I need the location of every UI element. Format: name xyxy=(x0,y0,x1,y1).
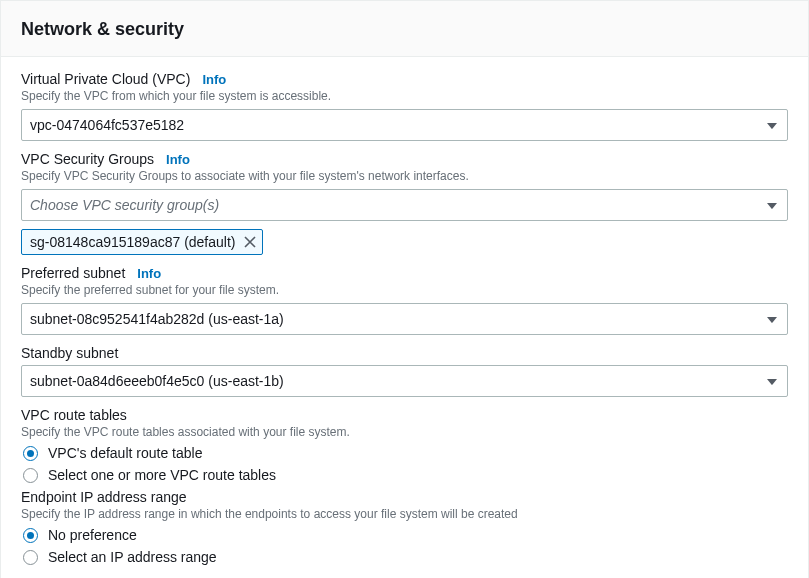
radio-icon xyxy=(23,550,38,565)
network-security-panel: Network & security Virtual Private Cloud… xyxy=(0,0,809,578)
endpoint-range-option-label: Select an IP address range xyxy=(48,549,217,565)
panel-title: Network & security xyxy=(21,19,788,40)
standby-subnet-field: Standby subnet subnet-0a84d6eeeb0f4e5c0 … xyxy=(21,345,788,397)
panel-body: Virtual Private Cloud (VPC) Info Specify… xyxy=(1,57,808,578)
vpc-field: Virtual Private Cloud (VPC) Info Specify… xyxy=(21,71,788,141)
vpc-select-value: vpc-0474064fc537e5182 xyxy=(30,117,184,133)
preferred-subnet-value: subnet-08c952541f4ab282d (us-east-1a) xyxy=(30,311,284,327)
vpc-hint: Specify the VPC from which your file sys… xyxy=(21,89,788,103)
route-tables-option-label: Select one or more VPC route tables xyxy=(48,467,276,483)
radio-icon xyxy=(23,468,38,483)
preferred-subnet-field: Preferred subnet Info Specify the prefer… xyxy=(21,265,788,335)
route-tables-option-label: VPC's default route table xyxy=(48,445,202,461)
security-groups-info-link[interactable]: Info xyxy=(166,152,190,167)
close-icon[interactable] xyxy=(244,236,256,248)
preferred-subnet-hint: Specify the preferred subnet for your fi… xyxy=(21,283,788,297)
vpc-label: Virtual Private Cloud (VPC) xyxy=(21,71,190,87)
security-groups-tokens: sg-08148ca915189ac87 (default) xyxy=(21,229,788,255)
preferred-subnet-label: Preferred subnet xyxy=(21,265,125,281)
route-tables-field: VPC route tables Specify the VPC route t… xyxy=(21,407,788,483)
radio-icon xyxy=(23,528,38,543)
route-tables-label: VPC route tables xyxy=(21,407,127,423)
endpoint-range-label: Endpoint IP address range xyxy=(21,489,187,505)
preferred-subnet-info-link[interactable]: Info xyxy=(137,266,161,281)
endpoint-range-option-none[interactable]: No preference xyxy=(23,527,788,543)
security-group-token: sg-08148ca915189ac87 (default) xyxy=(21,229,263,255)
security-group-token-label: sg-08148ca915189ac87 (default) xyxy=(30,234,236,250)
radio-icon xyxy=(23,446,38,461)
route-tables-option-select[interactable]: Select one or more VPC route tables xyxy=(23,467,788,483)
security-groups-placeholder: Choose VPC security group(s) xyxy=(30,197,219,213)
standby-subnet-value: subnet-0a84d6eeeb0f4e5c0 (us-east-1b) xyxy=(30,373,284,389)
endpoint-range-field: Endpoint IP address range Specify the IP… xyxy=(21,489,788,565)
endpoint-range-option-select[interactable]: Select an IP address range xyxy=(23,549,788,565)
vpc-info-link[interactable]: Info xyxy=(202,72,226,87)
chevron-down-icon xyxy=(767,309,777,327)
endpoint-range-option-label: No preference xyxy=(48,527,137,543)
route-tables-hint: Specify the VPC route tables associated … xyxy=(21,425,788,439)
panel-header: Network & security xyxy=(1,1,808,57)
security-groups-field: VPC Security Groups Info Specify VPC Sec… xyxy=(21,151,788,255)
vpc-select[interactable]: vpc-0474064fc537e5182 xyxy=(21,109,788,141)
chevron-down-icon xyxy=(767,115,777,133)
endpoint-range-hint: Specify the IP address range in which th… xyxy=(21,507,788,521)
security-groups-label: VPC Security Groups xyxy=(21,151,154,167)
standby-subnet-select[interactable]: subnet-0a84d6eeeb0f4e5c0 (us-east-1b) xyxy=(21,365,788,397)
standby-subnet-label: Standby subnet xyxy=(21,345,118,361)
chevron-down-icon xyxy=(767,195,777,213)
route-tables-option-default[interactable]: VPC's default route table xyxy=(23,445,788,461)
chevron-down-icon xyxy=(767,371,777,389)
security-groups-hint: Specify VPC Security Groups to associate… xyxy=(21,169,788,183)
security-groups-select[interactable]: Choose VPC security group(s) xyxy=(21,189,788,221)
preferred-subnet-select[interactable]: subnet-08c952541f4ab282d (us-east-1a) xyxy=(21,303,788,335)
